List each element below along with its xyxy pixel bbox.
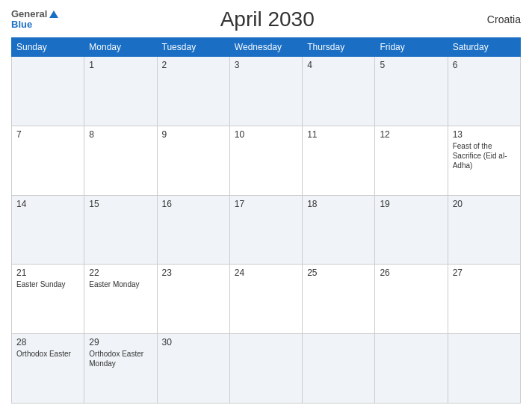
logo: General Blue: [11, 9, 58, 31]
weekday-header-row: Sunday Monday Tuesday Wednesday Thursday…: [12, 38, 521, 57]
table-row: 16: [157, 195, 229, 265]
table-row: 1: [84, 57, 157, 126]
header-wednesday: Wednesday: [229, 38, 302, 57]
day-number: 23: [162, 268, 225, 278]
day-event: Easter Sunday: [16, 280, 66, 288]
table-row: 30: [157, 334, 229, 404]
day-number: 17: [235, 199, 297, 209]
table-row: 20: [448, 195, 520, 265]
header-saturday: Saturday: [448, 38, 520, 57]
table-row: 13Feast of the Sacrifice (Eid al-Adha): [448, 126, 520, 195]
day-number: 25: [307, 268, 370, 278]
table-row: 26: [375, 265, 448, 334]
header-tuesday: Tuesday: [157, 38, 229, 57]
day-number: 28: [16, 337, 79, 347]
table-row: 3: [229, 57, 302, 126]
day-number: 6: [453, 60, 516, 70]
day-event: Easter Monday: [89, 280, 139, 288]
table-row: 18: [303, 195, 375, 265]
header-sunday: Sunday: [12, 38, 84, 57]
day-number: 20: [453, 199, 516, 209]
table-row: 11: [303, 126, 375, 195]
calendar-week-row: 14151617181920: [12, 195, 521, 265]
day-number: 15: [89, 199, 152, 209]
table-row: 17: [229, 195, 302, 265]
header-friday: Friday: [375, 38, 448, 57]
calendar-title: April 2030: [58, 7, 476, 31]
day-number: 19: [380, 199, 442, 209]
table-row: [303, 334, 375, 404]
country-label: Croatia: [476, 13, 521, 25]
table-row: 9: [157, 126, 229, 195]
day-number: 21: [16, 268, 79, 278]
table-row: 10: [229, 126, 302, 195]
logo-general: General: [11, 9, 47, 19]
table-row: 22Easter Monday: [84, 265, 157, 334]
day-event: Orthodox Easter Monday: [89, 350, 143, 368]
table-row: 5: [375, 57, 448, 126]
calendar-week-row: 21Easter Sunday22Easter Monday2324252627: [12, 265, 521, 334]
calendar-table: Sunday Monday Tuesday Wednesday Thursday…: [11, 37, 521, 404]
day-number: 22: [89, 268, 152, 278]
table-row: 19: [375, 195, 448, 265]
table-row: 14: [12, 195, 84, 265]
page: General Blue April 2030 Croatia Sunday M…: [0, 0, 532, 411]
table-row: 12: [375, 126, 448, 195]
day-number: 2: [162, 60, 225, 70]
day-number: 11: [307, 129, 370, 140]
day-number: 16: [162, 199, 225, 209]
table-row: 28Orthodox Easter: [12, 334, 84, 404]
header: General Blue April 2030 Croatia: [11, 7, 521, 31]
table-row: 15: [84, 195, 157, 265]
table-row: 2: [157, 57, 229, 126]
day-number: 24: [235, 268, 297, 278]
table-row: 6: [448, 57, 520, 126]
header-monday: Monday: [84, 38, 157, 57]
table-row: 4: [303, 57, 375, 126]
table-row: 27: [448, 265, 520, 334]
day-number: 1: [89, 60, 152, 70]
day-number: 26: [380, 268, 442, 278]
day-number: 5: [380, 60, 442, 70]
calendar-week-row: 78910111213Feast of the Sacrifice (Eid a…: [12, 126, 521, 195]
day-number: 4: [307, 60, 370, 70]
table-row: [229, 334, 302, 404]
table-row: [448, 334, 520, 404]
day-number: 30: [162, 337, 225, 347]
table-row: [375, 334, 448, 404]
day-number: 14: [16, 199, 79, 209]
calendar-week-row: 28Orthodox Easter29Orthodox Easter Monda…: [12, 334, 521, 404]
day-number: 29: [89, 337, 152, 347]
logo-triangle-icon: [49, 10, 58, 18]
day-number: 8: [89, 129, 152, 140]
day-event: Feast of the Sacrifice (Eid al-Adha): [453, 142, 507, 170]
day-number: 27: [453, 268, 516, 278]
day-number: 10: [235, 129, 297, 140]
day-number: 12: [380, 129, 442, 140]
table-row: 29Orthodox Easter Monday: [84, 334, 157, 404]
day-event: Orthodox Easter: [16, 350, 71, 358]
calendar-week-row: 123456: [12, 57, 521, 126]
table-row: 23: [157, 265, 229, 334]
logo-blue: Blue: [11, 19, 58, 30]
table-row: 7: [12, 126, 84, 195]
day-number: 3: [235, 60, 297, 70]
day-number: 9: [162, 129, 225, 140]
day-number: 18: [307, 199, 370, 209]
table-row: 25: [303, 265, 375, 334]
day-number: 7: [16, 129, 79, 140]
table-row: 8: [84, 126, 157, 195]
table-row: 24: [229, 265, 302, 334]
day-number: 13: [453, 129, 516, 140]
table-row: 21Easter Sunday: [12, 265, 84, 334]
table-row: [12, 57, 84, 126]
header-thursday: Thursday: [303, 38, 375, 57]
